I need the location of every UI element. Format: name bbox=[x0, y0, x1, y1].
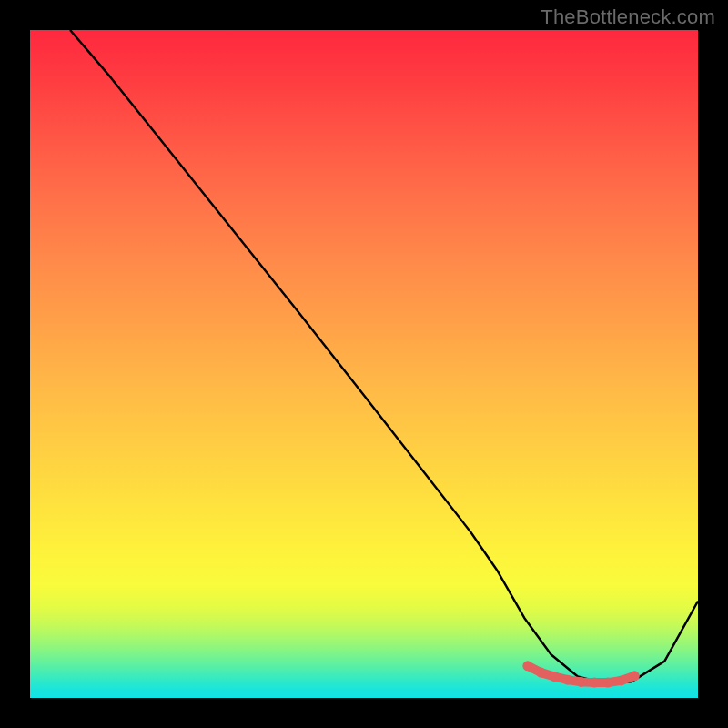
plot-area bbox=[30, 30, 698, 698]
marker-dot bbox=[590, 678, 600, 688]
chart-container: TheBottleneck.com bbox=[0, 0, 728, 728]
marker-dot bbox=[550, 672, 560, 682]
curve-line bbox=[70, 30, 698, 683]
curve-path bbox=[70, 30, 698, 683]
marker-dot bbox=[562, 675, 572, 685]
highlight-markers bbox=[522, 661, 639, 687]
marker-dot bbox=[630, 671, 640, 681]
attribution-text: TheBottleneck.com bbox=[541, 5, 715, 29]
marker-dot bbox=[576, 677, 586, 687]
marker-dot bbox=[522, 661, 532, 671]
marker-dot bbox=[616, 675, 626, 685]
marker-dot bbox=[536, 668, 546, 678]
chart-svg bbox=[30, 30, 698, 698]
marker-dot bbox=[602, 678, 612, 688]
